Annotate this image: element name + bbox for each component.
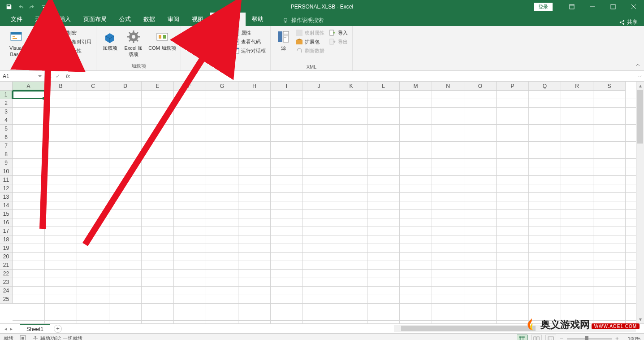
column-header[interactable]: D bbox=[109, 82, 142, 91]
cancel-formula-button[interactable]: ✕ bbox=[48, 73, 52, 79]
minimize-button[interactable] bbox=[582, 0, 603, 13]
row-header[interactable]: 15 bbox=[0, 210, 13, 218]
map-properties-button[interactable]: 映射属性 bbox=[295, 29, 325, 37]
page-break-view-button[interactable] bbox=[545, 335, 556, 340]
column-header[interactable]: G bbox=[206, 82, 238, 91]
xml-export-button[interactable]: 导出 bbox=[328, 38, 349, 46]
sheet-tab-1[interactable]: Sheet1 bbox=[20, 324, 50, 333]
fx-label[interactable]: fx bbox=[63, 71, 73, 81]
com-addins-button[interactable]: COM 加载项 bbox=[147, 28, 177, 51]
column-header[interactable]: H bbox=[238, 82, 271, 91]
sheet-nav-next[interactable]: ▸ bbox=[10, 326, 13, 332]
login-button[interactable]: 登录 bbox=[534, 3, 553, 11]
macro-record-status[interactable] bbox=[20, 335, 26, 340]
row-header[interactable]: 22 bbox=[0, 270, 13, 278]
select-all-corner[interactable] bbox=[0, 82, 13, 91]
tab-developer[interactable]: 开发工具 bbox=[210, 13, 246, 26]
row-header[interactable]: 2 bbox=[0, 99, 13, 108]
row-header[interactable]: 11 bbox=[0, 176, 13, 184]
column-header[interactable]: S bbox=[593, 82, 626, 91]
tell-me-search[interactable]: 操作说明搜索 bbox=[279, 15, 327, 26]
column-header[interactable]: B bbox=[45, 82, 77, 91]
row-header[interactable]: 16 bbox=[0, 218, 13, 227]
row-header[interactable]: 25 bbox=[0, 295, 13, 304]
addins-button[interactable]: 加载项 bbox=[100, 28, 120, 51]
column-header[interactable]: N bbox=[432, 82, 464, 91]
row-header[interactable]: 9 bbox=[0, 159, 13, 167]
row-header[interactable]: 3 bbox=[0, 108, 13, 116]
row-header[interactable]: 13 bbox=[0, 193, 13, 201]
row-header[interactable]: 17 bbox=[0, 227, 13, 235]
column-header[interactable]: J bbox=[303, 82, 335, 91]
row-header[interactable]: 6 bbox=[0, 133, 13, 142]
insert-control-button[interactable]: 插入 bbox=[185, 28, 204, 51]
tab-layout[interactable]: 页面布局 bbox=[77, 13, 113, 26]
tab-file[interactable]: 文件 bbox=[4, 13, 29, 26]
record-macro-button[interactable]: 录制宏 bbox=[52, 29, 92, 37]
zoom-out-button[interactable]: − bbox=[560, 335, 563, 340]
share-button[interactable]: 共享 bbox=[619, 18, 638, 26]
column-header[interactable]: E bbox=[142, 82, 174, 91]
row-header[interactable]: 12 bbox=[0, 184, 13, 193]
run-dialog-button[interactable]: 运行对话框 bbox=[231, 47, 267, 55]
row-header[interactable]: 21 bbox=[0, 261, 13, 270]
row-header[interactable]: 5 bbox=[0, 125, 13, 133]
add-sheet-button[interactable]: + bbox=[54, 325, 62, 333]
zoom-handle[interactable] bbox=[585, 336, 588, 340]
ribbon-options-button[interactable] bbox=[562, 0, 582, 13]
qat-customize-button[interactable] bbox=[39, 1, 49, 12]
row-header[interactable]: 24 bbox=[0, 287, 13, 295]
column-header[interactable]: Q bbox=[529, 82, 561, 91]
tab-view[interactable]: 视图 bbox=[186, 13, 210, 26]
tab-data[interactable]: 数据 bbox=[137, 13, 161, 26]
normal-view-button[interactable] bbox=[517, 335, 527, 340]
horizontal-scrollbar[interactable] bbox=[394, 325, 636, 332]
column-header[interactable]: L bbox=[367, 82, 400, 91]
tab-home[interactable]: 开始 bbox=[29, 13, 53, 26]
row-header[interactable]: 10 bbox=[0, 167, 13, 176]
zoom-value[interactable]: 100% bbox=[622, 336, 640, 340]
scroll-down-button[interactable]: ▾ bbox=[636, 315, 644, 323]
row-header[interactable]: 1 bbox=[0, 91, 13, 99]
column-header[interactable]: R bbox=[561, 82, 593, 91]
view-code-button[interactable]: 查看代码 bbox=[231, 38, 267, 46]
use-relative-button[interactable]: 使用相对引用 bbox=[52, 38, 92, 46]
row-header[interactable]: 20 bbox=[0, 253, 13, 261]
page-layout-view-button[interactable] bbox=[531, 335, 542, 340]
maximize-button[interactable] bbox=[603, 0, 623, 13]
tab-insert[interactable]: 插入 bbox=[53, 13, 77, 26]
column-header[interactable]: C bbox=[77, 82, 109, 91]
vertical-scrollbar[interactable]: ▴ ▾ bbox=[636, 82, 644, 323]
xml-import-button[interactable]: 导入 bbox=[328, 29, 349, 37]
sheet-nav-prev[interactable]: ◂ bbox=[4, 326, 7, 332]
vscroll-thumb[interactable] bbox=[637, 90, 643, 144]
tab-review[interactable]: 审阅 bbox=[161, 13, 186, 26]
accessibility-status[interactable]: 辅助功能: 一切就绪 bbox=[32, 335, 82, 340]
row-header[interactable]: 23 bbox=[0, 278, 13, 287]
row-header[interactable]: 18 bbox=[0, 235, 13, 244]
properties-button[interactable]: 属性 bbox=[231, 29, 267, 37]
hscroll-thumb[interactable] bbox=[401, 326, 536, 331]
zoom-in-button[interactable]: + bbox=[615, 335, 619, 340]
redo-button[interactable] bbox=[27, 1, 38, 12]
active-cell[interactable] bbox=[13, 91, 45, 99]
zoom-slider[interactable] bbox=[567, 338, 612, 340]
enter-formula-button[interactable]: ✓ bbox=[56, 73, 60, 79]
column-header[interactable]: O bbox=[464, 82, 497, 91]
collapse-ribbon-button[interactable] bbox=[634, 61, 641, 69]
expansion-pack-button[interactable]: 扩展包 bbox=[295, 38, 325, 46]
row-header[interactable]: 4 bbox=[0, 116, 13, 125]
column-header[interactable]: K bbox=[335, 82, 367, 91]
close-button[interactable] bbox=[623, 0, 644, 13]
undo-button[interactable] bbox=[15, 1, 26, 12]
visual-basic-button[interactable]: Visual Basic bbox=[4, 28, 29, 58]
formula-input[interactable] bbox=[73, 71, 635, 81]
row-header[interactable]: 14 bbox=[0, 201, 13, 210]
name-box[interactable]: A1 bbox=[0, 71, 45, 81]
column-header[interactable]: M bbox=[400, 82, 432, 91]
expand-formula-bar-button[interactable] bbox=[635, 71, 644, 81]
scroll-up-button[interactable]: ▴ bbox=[636, 82, 644, 90]
column-header[interactable]: A bbox=[13, 82, 45, 91]
xml-source-button[interactable]: 源 bbox=[274, 28, 292, 51]
refresh-data-button[interactable]: 刷新数据 bbox=[295, 47, 325, 55]
